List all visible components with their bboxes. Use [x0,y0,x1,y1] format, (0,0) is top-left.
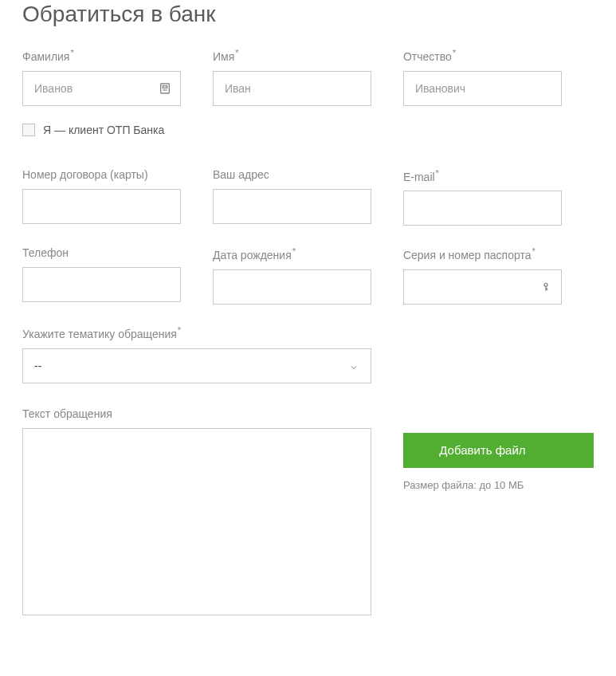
phone-input[interactable] [22,267,181,302]
patronymic-input[interactable] [403,71,562,106]
client-checkbox-label: Я — клиент ОТП Банка [43,124,164,136]
file-size-hint: Размер файла: до 10 МБ [403,479,594,491]
patronymic-label: Отчество [403,48,562,63]
message-label: Текст обращения [22,407,594,420]
lastname-label: Фамилия [22,48,181,63]
topic-label: Укажите тематику обращения [22,325,371,340]
svg-rect-1 [163,85,167,88]
email-input[interactable] [403,191,562,226]
lastname-input[interactable] [22,71,181,106]
birthdate-input[interactable] [213,269,371,305]
contract-number-input[interactable] [22,189,181,224]
address-label: Ваш адрес [213,168,371,181]
email-label: E-mail [403,168,562,183]
phone-label: Телефон [22,246,181,259]
contract-number-label: Номер договора (карты) [22,168,181,181]
topic-select[interactable]: -- [22,348,371,383]
message-textarea[interactable] [22,428,371,615]
svg-point-3 [544,283,547,286]
firstname-label: Имя [213,48,371,63]
passport-input[interactable] [403,269,562,305]
contact-form: Фамилия Имя Отчество Я — клиент ОТП Банк… [22,48,594,404]
contact-card-icon [159,82,171,95]
passport-label: Серия и номер паспорта [403,246,562,261]
topic-selected-value: -- [34,360,41,372]
password-manager-icon [539,281,552,293]
firstname-input[interactable] [213,71,371,106]
client-checkbox[interactable] [22,124,35,136]
page-title: Обратиться в банк [22,2,594,27]
address-input[interactable] [213,189,371,224]
birthdate-label: Дата рождения [213,246,371,261]
add-file-button[interactable]: Добавить файл [403,433,594,468]
